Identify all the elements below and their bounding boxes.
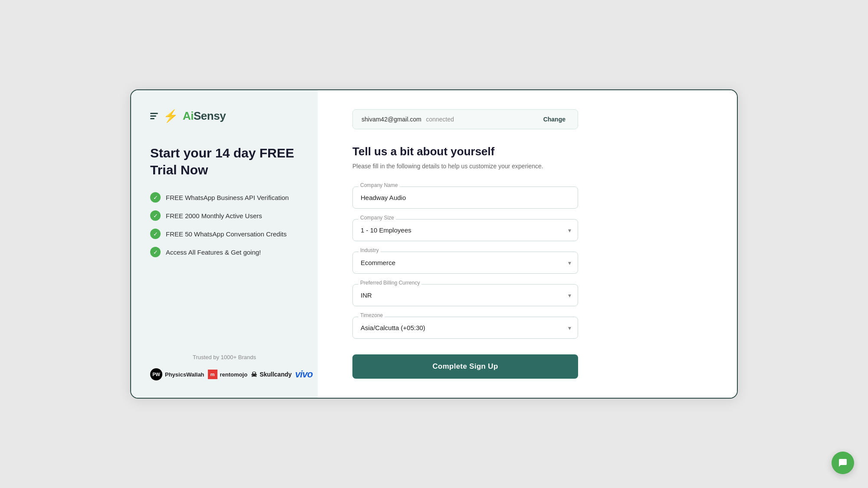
list-item: ✓ FREE WhatsApp Business API Verificatio… <box>150 192 299 203</box>
feature-text: FREE 2000 Monthly Active Users <box>166 212 262 219</box>
brand-logos: PW PhysicsWallah m rentomojo Skullcandy … <box>150 368 299 380</box>
check-icon: ✓ <box>150 210 161 221</box>
feature-text: FREE WhatsApp Business API Verification <box>166 194 289 201</box>
right-panel: shivam42@gmail.com connected Change Tell… <box>318 90 737 398</box>
connected-status: connected <box>426 116 454 123</box>
check-icon: ✓ <box>150 247 161 257</box>
brand-name: vivo <box>295 369 312 380</box>
company-size-label: Company Size <box>358 215 396 221</box>
billing-currency-field: Preferred Billing Currency INR USD EUR G… <box>352 284 578 306</box>
industry-label: Industry <box>358 247 381 253</box>
rentomojo-icon: m <box>208 370 217 379</box>
list-item: ✓ Access All Features & Get going! <box>150 247 299 257</box>
main-card: ⚡ AiSensy Start your 14 day FREE Trial N… <box>130 89 738 399</box>
brand-name: PhysicsWallah <box>165 371 204 378</box>
company-size-select-wrapper: 1 - 10 Employees 11 - 50 Employees 51 - … <box>352 219 578 241</box>
connected-bar: shivam42@gmail.com connected Change <box>352 109 578 129</box>
form-fields: Company Name Company Size 1 - 10 Employe… <box>352 187 578 379</box>
connected-info: shivam42@gmail.com connected <box>362 115 454 123</box>
form-title: Tell us a bit about yourself <box>352 145 702 158</box>
feature-text: Access All Features & Get going! <box>166 249 261 256</box>
chat-icon <box>838 458 848 468</box>
company-name-label: Company Name <box>358 182 400 188</box>
timezone-select[interactable]: Asia/Calcutta (+05:30) Asia/Kolkata (+05… <box>352 317 578 339</box>
industry-field: Industry Ecommerce Education Healthcare … <box>352 252 578 274</box>
brand-vivo: vivo <box>295 369 312 380</box>
timezone-field: Timezone Asia/Calcutta (+05:30) Asia/Kol… <box>352 317 578 339</box>
change-button[interactable]: Change <box>540 115 569 124</box>
company-size-select[interactable]: 1 - 10 Employees 11 - 50 Employees 51 - … <box>352 219 578 241</box>
left-panel: ⚡ AiSensy Start your 14 day FREE Trial N… <box>131 90 318 398</box>
form-subtitle: Please fill in the following details to … <box>352 162 702 171</box>
list-item: ✓ FREE 2000 Monthly Active Users <box>150 210 299 221</box>
trusted-section: Trusted by 1000+ Brands PW PhysicsWallah… <box>150 354 299 380</box>
billing-currency-select-wrapper: INR USD EUR GBP ▾ <box>352 284 578 306</box>
physics-wallah-icon: PW <box>150 368 162 380</box>
industry-select[interactable]: Ecommerce Education Healthcare Finance R… <box>352 252 578 274</box>
billing-currency-label: Preferred Billing Currency <box>358 280 421 286</box>
list-item: ✓ FREE 50 WhatsApp Conversation Credits <box>150 229 299 239</box>
timezone-label: Timezone <box>358 312 385 318</box>
brand-name: Skullcandy <box>260 371 292 378</box>
brand-physics-wallah: PW PhysicsWallah <box>150 368 204 380</box>
complete-signup-button[interactable]: Complete Sign Up <box>352 354 578 379</box>
logo-bolt-icon: ⚡ <box>163 110 178 122</box>
trusted-label: Trusted by 1000+ Brands <box>150 354 299 360</box>
connected-email: shivam42@gmail.com <box>362 116 421 123</box>
logo-lines-icon <box>150 113 158 119</box>
check-icon: ✓ <box>150 229 161 239</box>
brand-name: rentomojo <box>220 371 248 378</box>
hero-title: Start your 14 day FREE Trial Now <box>150 144 299 178</box>
company-name-field: Company Name <box>352 187 578 209</box>
check-icon: ✓ <box>150 192 161 203</box>
industry-select-wrapper: Ecommerce Education Healthcare Finance R… <box>352 252 578 274</box>
company-name-input[interactable] <box>352 187 578 209</box>
timezone-select-wrapper: Asia/Calcutta (+05:30) Asia/Kolkata (+05… <box>352 317 578 339</box>
brand-rentomojo: m rentomojo <box>208 370 248 379</box>
chat-bubble-button[interactable] <box>832 452 854 474</box>
billing-currency-select[interactable]: INR USD EUR GBP <box>352 284 578 306</box>
feature-text: FREE 50 WhatsApp Conversation Credits <box>166 230 286 238</box>
brand-skullcandy: Skullcandy <box>251 370 292 379</box>
logo-text: AiSensy <box>183 109 226 123</box>
logo-area: ⚡ AiSensy <box>150 109 299 123</box>
features-list: ✓ FREE WhatsApp Business API Verificatio… <box>150 192 299 257</box>
company-size-field: Company Size 1 - 10 Employees 11 - 50 Em… <box>352 219 578 241</box>
